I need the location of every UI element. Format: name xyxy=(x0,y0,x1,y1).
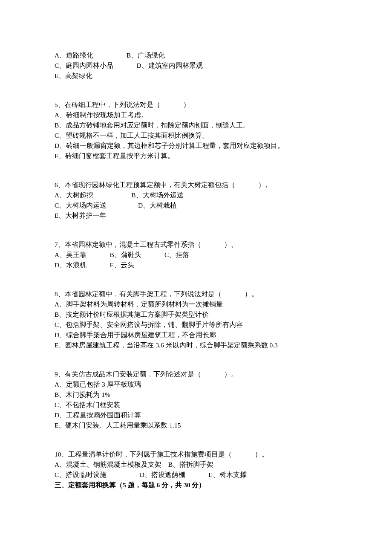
option-e: E、硬木门安装、人工耗用量乘以系数 1.15 xyxy=(55,420,341,431)
option-b: B、木门损耗为 1% xyxy=(55,390,341,400)
option-e: E、砖细门窗樘套工程量按平方米计算。 xyxy=(55,151,341,161)
section-3-heading: 三、定额套用和换算（5 题，每题 6 分，共 30 分） xyxy=(55,480,341,490)
option-line: E、大树养护一年 xyxy=(55,211,341,221)
option-d: D、砖细一般漏窗定额，其边框和芯子分别计算工程量，套用对应定额项目。 xyxy=(55,141,341,151)
option-b: B、成品方砖铺地套用对应定额时，扣除定额内刨面，刨缝人工。 xyxy=(55,120,341,130)
question-5: 5、在砖细工程中，下列说法对是（ ） A、砖细制作按现场加工考虑。 B、成品方砖… xyxy=(55,100,341,161)
option-line: C、搭设临时设施 D、搭设遮荫棚 E、树木支撑 xyxy=(55,470,341,480)
option-line: A、道路绿化 B、广场绿化 xyxy=(55,50,341,61)
question-stem: 10、工程量清单计价时，下列属于施工技术措施费项目是（ ）。 xyxy=(55,449,341,460)
question-stem: 7、本省园林定额中，混凝土工程古式零件系指（ ）。 xyxy=(55,240,341,250)
option-a: A、砖细制作按现场加工考虑。 xyxy=(55,110,341,120)
option-d: D、工程量按扇外围面积计算 xyxy=(55,410,341,420)
option-line: A、吴王靠 B、蒲鞋头 C、挂落 xyxy=(55,250,341,260)
question-8: 8、本省园林定额中，有关脚手架工程，下列说法对是（ ）。 A、脚手架材料为周转材… xyxy=(55,289,341,350)
option-c: C、包括脚手架、安全网搭设与拆除，铺、翻脚手片等所有内容 xyxy=(55,320,341,330)
option-c: C、望砖规格不一样，加工人工按其面积比例换算。 xyxy=(55,130,341,141)
option-line: A、大树起挖 B、大树场外运送 xyxy=(55,190,341,200)
option-a: A、定额已包括 3 厚平板玻璃 xyxy=(55,379,341,390)
option-a: A、脚手架材料为周转材料，定额所列材料为一次摊销量 xyxy=(55,299,341,309)
page-content: A、道路绿化 B、广场绿化 C、庭园内园林小品 D、建筑室内园林景观 E、高架绿… xyxy=(0,0,392,516)
question-stem: 9、有关仿古成品木门安装定额，下列论述对是（ ）。 xyxy=(55,369,341,379)
question-stem: 6、本省现行园林绿化工程预算定额中，有关大树定额包括（ ）。 xyxy=(55,180,341,190)
question-7: 7、本省园林定额中，混凝土工程古式零件系指（ ）。 A、吴王靠 B、蒲鞋头 C、… xyxy=(55,240,341,270)
option-d: D、综合脚手架合用于园林房屋建筑工程，不合用长廊 xyxy=(55,330,341,340)
question-6: 6、本省现行园林绿化工程预算定额中，有关大树定额包括（ ）。 A、大树起挖 B、… xyxy=(55,180,341,221)
option-e: E、园林房屋建筑工程，当沿高在 3.6 米以内时，综合脚手架定额乘系数 0.3 xyxy=(55,340,341,350)
option-line: C、大树场内运送 D、大树栽植 xyxy=(55,200,341,211)
option-c: C、不包括木门框安装 xyxy=(55,400,341,410)
question-continued-options: A、道路绿化 B、广场绿化 C、庭园内园林小品 D、建筑室内园林景观 E、高架绿… xyxy=(55,50,341,81)
option-line: C、庭园内园林小品 D、建筑室内园林景观 xyxy=(55,61,341,71)
question-stem: 8、本省园林定额中，有关脚手架工程，下列说法对是（ ）。 xyxy=(55,289,341,299)
question-10: 10、工程量清单计价时，下列属于施工技术措施费项目是（ ）。 A、混凝土、钢筋混… xyxy=(55,449,341,480)
question-stem: 5、在砖细工程中，下列说法对是（ ） xyxy=(55,100,341,110)
option-line: E、高架绿化 xyxy=(55,71,341,81)
question-9: 9、有关仿古成品木门安装定额，下列论述对是（ ）。 A、定额已包括 3 厚平板玻… xyxy=(55,369,341,431)
option-line: D、水浪机 E、云头 xyxy=(55,260,341,270)
option-line: A、混凝土、钢筋混凝土模板及支架 B、搭拆脚手架 xyxy=(55,460,341,470)
option-b: B、按定额计价时应根据其施工方案脚手架类型计价 xyxy=(55,309,341,320)
